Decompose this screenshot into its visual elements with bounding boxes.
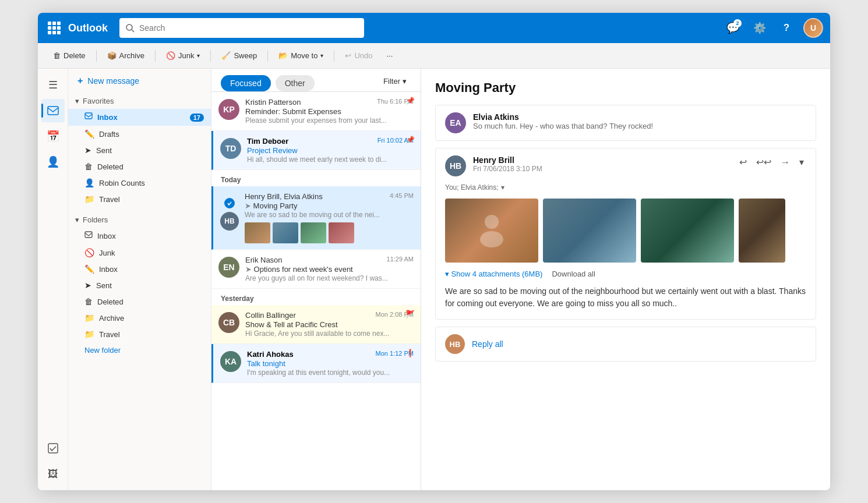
email-time: 4:45 PM (390, 192, 414, 199)
archive-label: Archive (119, 51, 144, 60)
email-content: Tim Deboer Fri 10:02 AM Project Review H… (247, 137, 414, 164)
toolbar: 🗑 Delete 📦 Archive 🚫 Junk ▾ 🧹 Sweep 📂 Mo… (38, 43, 830, 69)
list-item[interactable]: HB Henry Brill, Elvia Atkins 4:45 PM ➤ M… (211, 186, 421, 250)
favorites-header[interactable]: ▾ Favorites (68, 93, 211, 109)
expand-button[interactable]: ▾ (797, 155, 806, 169)
sidebar-item-travel-fav[interactable]: 📁 Travel (68, 191, 211, 207)
undo-button[interactable]: ↩ Undo (339, 47, 378, 65)
toolbar-separator-3 (210, 50, 211, 62)
inbox2-folder-icon: ✏️ (84, 264, 94, 274)
sidebar-deleted-label: Deleted (97, 162, 204, 171)
list-item[interactable]: KP Kristin Patterson Thu 6:16 PM Reminde… (211, 92, 421, 131)
sidebar-item-archive[interactable]: 📁 Archive (68, 310, 211, 326)
show-attachments-link[interactable]: ▾ Show 4 attachments (6MB) (445, 270, 542, 278)
app-window: Outlook 💬 2 ⚙️ ? U 🗑 Delete (38, 13, 830, 490)
forward-button[interactable]: → (778, 155, 792, 169)
more-button[interactable]: ··· (380, 47, 398, 65)
thread-header[interactable]: EA Elvia Atkins So much fun. Hey - who w… (436, 105, 816, 140)
today-section-label: Today (211, 170, 421, 186)
thread-time: Fri 7/06/2018 3:10 PM (473, 165, 730, 173)
sidebar-item-inbox-folder[interactable]: Inbox (68, 228, 211, 245)
sidebar-item-travel-folder[interactable]: 📁 Travel (68, 326, 211, 342)
list-item[interactable]: EN Erik Nason 11:29 AM ➤ Options for nex… (211, 250, 421, 289)
help-button[interactable]: ? (777, 18, 796, 38)
thread-body: You; Elvia Atkins; ▾ (436, 183, 816, 319)
junk-button[interactable]: 🚫 Junk ▾ (160, 47, 206, 65)
new-folder-button[interactable]: New folder (68, 342, 211, 358)
sidebar-item-inbox-folder-2[interactable]: ✏️ Inbox (68, 261, 211, 277)
email-preview: Are you guys all on for next weekend? I … (245, 274, 414, 282)
new-message-button[interactable]: + New message (68, 69, 211, 93)
thumbnail (301, 222, 326, 243)
sidebar-sent-folder-label: Sent (96, 281, 204, 290)
delete-button[interactable]: 🗑 Delete (47, 47, 91, 65)
sidebar-deleted-folder-label: Deleted (97, 297, 204, 306)
travel-folder-icon: 📁 (84, 330, 94, 339)
settings-button[interactable]: ⚙️ (750, 18, 770, 38)
sidebar-item-drafts[interactable]: ✏️ Drafts (68, 126, 211, 142)
archive-button[interactable]: 📦 Archive (101, 47, 150, 65)
thread-sender: Elvia Atkins (473, 112, 806, 122)
skype-button[interactable]: 💬 2 (723, 18, 743, 38)
email-content: Collin Ballinger Mon 2:08 PM Show & Tell… (245, 311, 414, 338)
search-icon (125, 23, 135, 33)
move-to-button[interactable]: 📂 Move to ▾ (273, 47, 329, 65)
new-message-label: New message (87, 76, 139, 86)
topbar: Outlook 💬 2 ⚙️ ? U (38, 13, 830, 43)
filter-button[interactable]: Filter ▾ (379, 75, 411, 88)
avatar: EN (218, 257, 239, 278)
waffle-button[interactable] (45, 19, 63, 37)
svg-rect-3 (48, 444, 58, 453)
sidebar-item-sent[interactable]: ➤ Sent (68, 142, 211, 158)
email-subject: Reminder: Submit Expenses (245, 107, 414, 116)
sidebar-item-junk[interactable]: 🚫 Junk (68, 245, 211, 261)
drafts-icon: ✏️ (84, 129, 94, 139)
list-item[interactable]: KA Katri Ahokas Mon 1:12 PM Talk tonight… (211, 344, 421, 383)
nav-people-button[interactable]: 👤 (41, 150, 65, 173)
email-sender: Kristin Patterson (245, 98, 301, 107)
sidebar-robin-counts-label: Robin Counts (99, 179, 204, 187)
sidebar-item-robin-counts[interactable]: 👤 Robin Counts (68, 175, 211, 191)
reply-avatar: HB (445, 334, 465, 354)
tab-other[interactable]: Other (276, 75, 315, 91)
search-input[interactable] (139, 23, 358, 33)
other-tab-label: Other (285, 79, 305, 88)
user-avatar[interactable]: U (803, 18, 823, 38)
download-all-link[interactable]: Download all (552, 270, 595, 278)
junk-label: Junk (178, 51, 194, 60)
search-bar[interactable] (119, 18, 364, 38)
svg-point-6 (485, 215, 499, 229)
recipients-chevron-down-icon[interactable]: ▾ (501, 183, 504, 192)
thread-header[interactable]: HB Henry Brill Fri 7/06/2018 3:10 PM ↩ ↩… (436, 148, 816, 183)
more-label: ··· (386, 51, 393, 60)
thread-attachments: ▾ Show 4 attachments (6MB) Download all (445, 270, 806, 278)
skype-badge: 2 (733, 19, 742, 27)
sidebar-item-deleted[interactable]: 🗑 Deleted (68, 158, 211, 175)
nav-mail-button[interactable] (41, 99, 65, 122)
list-item[interactable]: CB Collin Ballinger Mon 2:08 PM Show & T… (211, 305, 421, 344)
list-item[interactable]: TD Tim Deboer Fri 10:02 AM Project Revie… (211, 131, 421, 170)
reply-button[interactable]: ↩ (737, 155, 749, 169)
reply-all-button[interactable]: ↩↩ (754, 155, 774, 169)
nav-gallery-button[interactable]: 🖼 (41, 462, 65, 486)
sidebar-item-inbox-fav[interactable]: Inbox 17 (68, 109, 211, 126)
sidebar-item-sent-folder[interactable]: ➤ Sent (68, 277, 211, 293)
nav-tasks-button[interactable] (41, 437, 65, 460)
email-sender: Tim Deboer (247, 137, 288, 146)
email-check (224, 198, 235, 208)
email-detail-title: Moving Party (435, 80, 816, 95)
folders-header[interactable]: ▾ Folders (68, 212, 211, 228)
delete-icon: 🗑 (53, 51, 61, 60)
reply-box[interactable]: HB Reply all (435, 327, 816, 362)
tab-focused[interactable]: Focused (221, 75, 271, 91)
nav-calendar-button[interactable]: 📅 (41, 125, 65, 148)
mail-icon (47, 104, 59, 117)
sidebar-item-deleted-folder[interactable]: 🗑 Deleted (68, 293, 211, 310)
email-preview: I'm speaking at this event tonight, woul… (247, 369, 414, 377)
sweep-button[interactable]: 🧹 Sweep (216, 47, 263, 65)
folders-chevron-down-icon: ▾ (75, 215, 79, 224)
toolbar-separator-5 (334, 50, 334, 62)
reply-all-button[interactable]: Reply all (472, 339, 503, 349)
nav-menu-button[interactable]: ☰ (41, 73, 65, 97)
sent-folder-icon: ➤ (84, 281, 91, 290)
